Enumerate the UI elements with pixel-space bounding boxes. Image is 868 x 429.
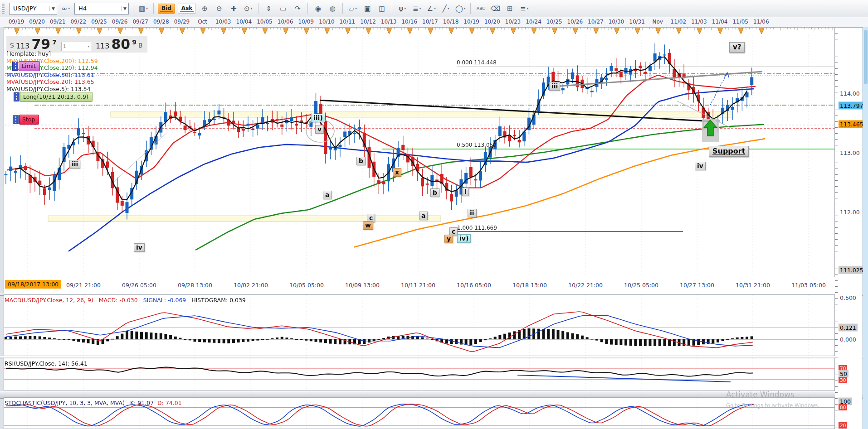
bottom-axis-label: 11/03 05:00 xyxy=(791,282,826,289)
rsi-canvas[interactable] xyxy=(4,358,834,390)
wave-label-ii[interactable]: ii xyxy=(468,209,477,217)
top-axis-label: 10/09 xyxy=(298,19,314,25)
chart-type-icon[interactable]: ▥▾ xyxy=(137,3,149,14)
fib-100-label: 1.000 111.669 xyxy=(457,225,497,231)
top-axis-label: Nov xyxy=(653,19,663,25)
trading-platform-window: USD/JPY▼ ∞▾ H4▼ ▥▾ Bid Ask ⊕⊖✚⊙▾⇕▭↷◉◍▱▾▣… xyxy=(0,0,868,429)
object-tree-icon[interactable]: ⊞ xyxy=(504,3,516,14)
bid-pip: 7 xyxy=(52,39,57,46)
quantity-stepper[interactable]: 1▾ xyxy=(61,42,91,51)
eye-icon[interactable]: ◉ xyxy=(312,3,324,14)
wave-label-v[interactable]: v xyxy=(315,125,324,134)
top-axis-label: 11/02 xyxy=(671,19,687,25)
stop-order-badge[interactable]: Stop xyxy=(13,115,39,124)
top-axis-label: 09/19 xyxy=(9,19,24,25)
top-axis-label: 10/31 xyxy=(629,19,645,25)
top-axis-label: 09/28 xyxy=(153,19,169,25)
scale-ticks xyxy=(835,28,838,429)
wave-label-iii[interactable]: iii xyxy=(549,82,560,91)
chart-window-icon[interactable]: ◫ xyxy=(376,3,388,14)
wave-label-iv[interactable]: iv xyxy=(695,162,706,170)
wave-label-iii[interactable]: iii) xyxy=(311,114,325,122)
callout-icon[interactable]: ▭ xyxy=(277,3,289,14)
top-axis-label: 11/03 xyxy=(691,19,707,25)
eraser-icon[interactable]: ⌫ xyxy=(489,3,501,14)
stochastic-title: STOCHASTIC(USD/JPY, 10, 3, 3, MVA, MVA) … xyxy=(5,400,182,406)
top-axis-label: 11/05 xyxy=(732,19,748,25)
toolbar-grip[interactable] xyxy=(2,4,5,14)
vertical-ruler-icon[interactable]: ⇕ xyxy=(263,3,274,14)
activate-windows-subtext: Go to Settings to activate Windows. xyxy=(726,402,819,409)
ellipse-icon[interactable]: ◯▾ xyxy=(454,3,466,14)
globe-icon[interactable]: ◍ xyxy=(327,3,338,14)
top-axis-label: 09/26 xyxy=(112,19,128,25)
menu-icon[interactable]: ≡▾ xyxy=(518,3,530,14)
symbol-link-icon[interactable]: ∞▾ xyxy=(60,3,72,14)
wave-label-y[interactable]: y xyxy=(444,235,453,243)
top-axis-label: 09/22 xyxy=(71,19,87,25)
bottom-axis-label: 10/16 05:00 xyxy=(457,282,491,289)
wave-label-x[interactable]: x xyxy=(393,168,401,177)
top-axis-label: 09/21 xyxy=(50,19,66,25)
image-icon[interactable]: ▣ xyxy=(361,3,373,14)
wave-label-w[interactable]: w xyxy=(363,221,373,230)
zoom-in-icon[interactable]: ⊕ xyxy=(199,3,210,14)
scrollbar-thumb[interactable] xyxy=(864,30,868,84)
macd-canvas[interactable] xyxy=(4,295,834,356)
macd-scale-label: 0.500 xyxy=(839,294,858,302)
fib-levels-icon[interactable]: ≣▾ xyxy=(411,3,423,14)
chevron-down-icon: ▼ xyxy=(49,6,55,11)
share-icon[interactable]: ↷ xyxy=(292,3,303,14)
fib-50-label: 0.500 113.059 xyxy=(457,142,497,148)
top-axis-label: 10/12 xyxy=(360,19,376,25)
timeframe-select[interactable]: H4▼ xyxy=(74,3,129,14)
symbol-select[interactable]: USD/JPY▼ xyxy=(9,3,57,14)
top-axis-label: 09/25 xyxy=(91,19,107,25)
bid-button[interactable]: Bid xyxy=(158,4,175,14)
vertical-scrollbar[interactable] xyxy=(863,27,868,429)
wave-label-iv[interactable]: iv) xyxy=(457,234,471,243)
pitchfork-icon[interactable]: ψ▾ xyxy=(396,3,408,14)
zoom-out-icon[interactable]: ⊖ xyxy=(213,3,225,14)
top-axis-label: Oct xyxy=(198,19,207,25)
limit-order-badge[interactable]: Limit xyxy=(12,62,40,71)
crosshair-icon[interactable]: ✚ xyxy=(228,3,239,14)
support-label[interactable]: Support xyxy=(709,146,749,157)
top-axis-label: 10/30 xyxy=(609,19,624,25)
text-tool-icon[interactable]: ABC xyxy=(475,3,487,14)
bottom-axis-label: 10/27 13:00 xyxy=(680,282,714,289)
price-scale[interactable]: 114.00113.797113.465113.00112.00111.0250… xyxy=(835,27,862,429)
bottom-axis-label: 09/26 05:00 xyxy=(122,282,156,289)
wave-label-a[interactable]: a xyxy=(419,212,428,220)
mva5-label: MVA(USD/JPY.Close,5): 113.54 xyxy=(6,86,98,93)
wave-label-iv[interactable]: iv xyxy=(134,243,145,252)
long-position-badge[interactable]: Long(10/31 20:13, 0.9) xyxy=(14,92,93,101)
top-axis-label: 10/04 xyxy=(236,19,252,25)
selected-time-badge: 09/18/2017 13:00 xyxy=(5,280,61,289)
window-left-edge xyxy=(0,27,4,429)
ruler-icon[interactable]: ▱▾ xyxy=(347,3,359,14)
price-scale-label: 114.00 xyxy=(839,90,861,97)
bottom-axis-label: 10/11 21:00 xyxy=(401,282,435,289)
top-axis-label: 10/19 xyxy=(463,19,479,25)
wave-label-b[interactable]: b xyxy=(430,188,439,197)
price-scale-label: 113.797 xyxy=(839,102,865,110)
rsi-panel[interactable] xyxy=(4,358,835,391)
wave-label-iii[interactable]: iii xyxy=(69,160,80,169)
wave-v-question-label[interactable]: v? xyxy=(729,42,745,53)
top-axis-label: 10/05 xyxy=(257,19,273,25)
trendline-icon[interactable]: ╱▾ xyxy=(440,3,452,14)
magnifier-icon[interactable]: ⊙▾ xyxy=(242,3,254,14)
wave-label-i[interactable]: i xyxy=(462,188,469,196)
top-axis-label: 11/04 xyxy=(712,19,728,25)
ask-button[interactable]: Ask xyxy=(178,4,196,14)
rsi-scale-label: 50 xyxy=(839,370,848,378)
wave-label-b[interactable]: b xyxy=(356,157,366,165)
bottom-axis-label: 09/21 21:00 xyxy=(66,282,101,289)
sell-label: S xyxy=(10,42,14,49)
fan-lines-icon[interactable]: ∠▾ xyxy=(425,3,437,14)
wave-label-a[interactable]: a xyxy=(323,191,332,199)
top-axis-label: 10/24 xyxy=(526,19,541,25)
macd-panel[interactable] xyxy=(4,294,835,356)
top-axis-label: 09/27 xyxy=(132,19,148,25)
